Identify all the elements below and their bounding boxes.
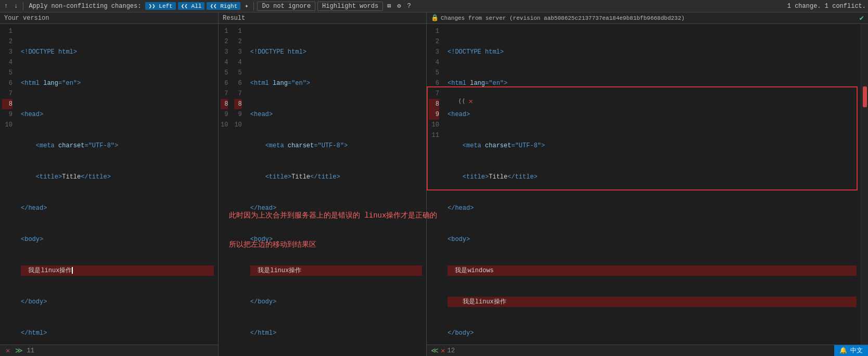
left-ln-4: 4	[2, 57, 12, 68]
sep2	[253, 2, 254, 10]
left-code-line-10: </html>	[21, 328, 214, 338]
right-line-numbers: 1 2 3 4 5 6 7 8 9 10 11	[427, 24, 443, 345]
rln-r-4: 4	[234, 57, 241, 68]
right-ln-11: 11	[429, 130, 439, 141]
left-code-line-3: <head>	[21, 109, 214, 120]
right-panel-header: 🔒 Changes from server (revision aab50862…	[427, 12, 868, 24]
result-panel-header: Result	[219, 12, 426, 24]
highlight-words-btn[interactable]: Highlight words	[317, 2, 383, 11]
accept-left-btn[interactable]: ≫	[14, 346, 24, 355]
left-panel-header: Your version	[0, 12, 218, 24]
right-line-1: <!DOCTYPE html>	[448, 47, 857, 57]
right-line-9: 我是linux操作	[448, 297, 857, 307]
right-line-6: </head>	[448, 203, 857, 213]
toolbar: ↑ ↓ Apply non-conflicting changes: ❯❯ Le…	[0, 0, 868, 12]
reject-left-btn[interactable]: ✕	[4, 346, 11, 355]
all-btn[interactable]: ❮❮ All	[178, 2, 205, 10]
right-ln-8: 8	[429, 99, 439, 109]
left-code-line-6: </head>	[21, 203, 214, 213]
right-line-2: <html lang="en">	[448, 78, 857, 88]
right-conflict-close-btn[interactable]: ✕	[468, 97, 473, 106]
left-code-area[interactable]: 1 2 3 4 5 6 7 8 9 10 <!DOCTYPE html> <ht…	[0, 24, 218, 345]
rln-r-6: 6	[234, 78, 241, 88]
left-code-line-9: </body>	[21, 297, 214, 307]
left-code-line-5: <title>Title</title>	[21, 172, 214, 182]
right-accept-btn[interactable]: ≪	[431, 346, 439, 355]
left-line-numbers: 1 2 3 4 5 6 7 8 9 10	[0, 24, 17, 345]
result-code-content[interactable]: <!DOCTYPE html> <html lang="en"> <head> …	[246, 24, 426, 356]
right-line-10: </body>	[448, 328, 857, 338]
gear-icon[interactable]: ⚙	[395, 2, 403, 10]
right-conflict-actions: ⟨⟨ ✕	[458, 97, 473, 106]
result-ln-left: 1 2 3 4 5 6 7 8 9 10	[219, 24, 232, 356]
right-code-content[interactable]: <!DOCTYPE html> <html lang="en"> <head> …	[443, 24, 861, 345]
result-line-8: 我是linux操作	[250, 265, 422, 276]
right-line-3: <head>	[448, 109, 857, 120]
right-code-area[interactable]: 1 2 3 4 5 6 7 8 9 10 11 <!DOCTYPE html> …	[427, 24, 868, 345]
result-line-1: <!DOCTYPE html>	[250, 47, 422, 57]
sep1	[23, 2, 23, 10]
rln-l-5: 5	[221, 68, 228, 78]
result-line-5: <title>Title</title>	[250, 172, 422, 182]
status-bell-icon: 🔔	[839, 347, 847, 354]
right-line-5: <title>Title</title>	[448, 172, 857, 182]
left-ln-8: 8	[2, 99, 12, 109]
result-line-4: <meta charset="UTF-8">	[250, 141, 422, 151]
left-btn[interactable]: ❯❯ Left	[145, 2, 175, 10]
rln-l-2: 2	[221, 36, 228, 47]
right-line-4: <meta charset="UTF-8">	[448, 141, 857, 151]
result-code-area[interactable]: 1 2 3 4 5 6 7 8 9 10 1 2 3 4	[219, 24, 426, 356]
conflict-status: 1 change. 1 conflict.	[787, 3, 866, 10]
right-line-7: <body>	[448, 234, 857, 245]
rln-l-7: 7	[221, 88, 228, 99]
right-ln-1: 1	[429, 26, 439, 36]
status-encoding: 中文	[850, 346, 863, 355]
left-ln-9: 9	[2, 109, 12, 120]
left-code-line-1: <!DOCTYPE html>	[21, 47, 214, 57]
right-ln-4: 4	[429, 57, 439, 68]
rln-l-9: 9	[221, 109, 228, 120]
right-panel: 🔒 Changes from server (revision aab50862…	[427, 12, 868, 356]
right-merge-actions: ≪ ✕ 12	[427, 345, 868, 356]
rln-r-3: 3	[234, 47, 241, 57]
right-conflict-left-btn[interactable]: ⟨⟨	[458, 97, 465, 105]
left-ln-5: 5	[2, 68, 12, 78]
rln-r-2: 2	[234, 36, 241, 47]
left-code-line-4: <meta charset="UTF-8">	[21, 141, 214, 151]
status-bar: 🔔 中文	[834, 345, 868, 356]
ignore-dropdown-btn[interactable]: Do not ignore	[257, 2, 315, 11]
up-arrow-btn[interactable]: ↑	[2, 2, 10, 10]
grid-icon[interactable]: ⊞	[385, 2, 393, 10]
result-panel-title: Result	[223, 15, 245, 22]
left-code-line-2: <html lang="en">	[21, 78, 214, 88]
left-code-content[interactable]: <!DOCTYPE html> <html lang="en"> <head> …	[17, 24, 218, 345]
rln-r-10: 10	[234, 120, 241, 130]
check-icon: ✔	[860, 14, 864, 22]
wand-btn[interactable]: ✦	[242, 2, 250, 10]
left-merge-num: 11	[27, 347, 34, 354]
right-merge-num: 12	[447, 347, 454, 354]
right-reject-btn[interactable]: ✕	[441, 346, 445, 355]
right-btn[interactable]: ❮❮ Right	[207, 2, 240, 10]
right-scrollbar[interactable]	[861, 24, 868, 345]
rln-l-10: 10	[221, 120, 228, 130]
rln-r-8: 8	[234, 99, 241, 109]
down-arrow-btn[interactable]: ↓	[12, 2, 20, 10]
help-icon[interactable]: ?	[405, 2, 413, 10]
result-panel: Result 1 2 3 4 5 6 7 8 9 10	[219, 12, 427, 356]
result-line-3: <head>	[250, 109, 422, 120]
left-ln-10: 10	[2, 120, 12, 130]
right-ln-3: 3	[429, 47, 439, 57]
right-ln-5: 5	[429, 68, 439, 78]
rln-l-3: 3	[221, 47, 228, 57]
rln-l-4: 4	[221, 57, 228, 68]
result-ln-right: 1 2 3 4 5 6 7 8 9 10	[232, 24, 246, 356]
right-ln-7: 7	[429, 88, 439, 99]
left-panel-title: Your version	[4, 15, 49, 22]
main-area: Your version 1 2 3 4 5 6 7 8 9 10 <!DOCT…	[0, 12, 868, 356]
conflict-scrollbar-indicator	[863, 86, 867, 107]
rln-r-9: 9	[234, 109, 241, 120]
result-line-6: </head>	[250, 203, 422, 213]
left-ln-7: 7	[2, 88, 12, 99]
left-panel: Your version 1 2 3 4 5 6 7 8 9 10 <!DOCT…	[0, 12, 219, 356]
